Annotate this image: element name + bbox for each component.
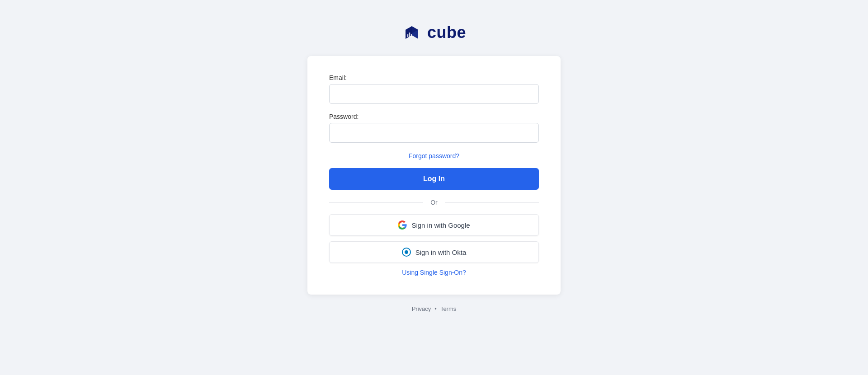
email-label: Email: <box>329 74 539 81</box>
logo-container: cube <box>402 23 466 42</box>
sign-in-google-button[interactable]: Sign in with Google <box>329 214 539 236</box>
okta-button-label: Sign in with Okta <box>415 248 467 256</box>
email-input[interactable] <box>329 84 539 104</box>
sign-in-okta-button[interactable]: Sign in with Okta <box>329 241 539 263</box>
cube-logo-icon <box>402 23 422 42</box>
terms-link[interactable]: Terms <box>440 305 456 312</box>
email-field-group: Email: <box>329 74 539 104</box>
google-button-label: Sign in with Google <box>411 221 470 229</box>
forgot-password-container: Forgot password? <box>329 152 539 160</box>
password-input[interactable] <box>329 123 539 143</box>
privacy-link[interactable]: Privacy <box>412 305 431 312</box>
forgot-password-link[interactable]: Forgot password? <box>409 152 459 159</box>
divider-line-right <box>445 202 539 203</box>
footer-separator: • <box>434 305 437 312</box>
login-button[interactable]: Log In <box>329 168 539 190</box>
divider-line-left <box>329 202 423 203</box>
google-icon <box>398 220 407 230</box>
password-label: Password: <box>329 113 539 120</box>
footer: Privacy • Terms <box>412 305 457 312</box>
sso-link-container: Using Single Sign-On? <box>329 268 539 277</box>
divider-text: Or <box>423 199 445 206</box>
password-field-group: Password: <box>329 113 539 143</box>
sso-link[interactable]: Using Single Sign-On? <box>402 269 466 276</box>
okta-icon-inner <box>405 250 408 254</box>
login-card: Email: Password: Forgot password? Log In… <box>307 56 561 295</box>
logo-text: cube <box>427 23 466 42</box>
okta-icon <box>402 248 411 257</box>
divider: Or <box>329 199 539 206</box>
